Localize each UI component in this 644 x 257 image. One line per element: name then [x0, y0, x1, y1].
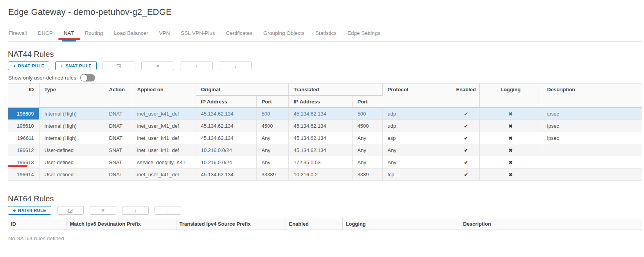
plus-icon: + [13, 208, 16, 213]
logging-cross-icon: ✖ [509, 136, 513, 141]
plus-icon: + [13, 63, 16, 69]
move-rule-down-button[interactable]: ↓ [219, 62, 252, 70]
rule-type: User-defined [39, 156, 104, 168]
add-nat64-rule-button[interactable]: + NAT64 RULE [8, 206, 51, 215]
col-header-translated: Translated [288, 83, 382, 96]
delete-rule-button[interactable]: ✕ [141, 62, 174, 70]
col-header-logging: Logging [479, 83, 542, 108]
rule-original-port: 500 [256, 108, 288, 120]
enabled-check-icon: ✔ [464, 148, 468, 153]
rule-original-ip: 45.134.62.134 [196, 132, 256, 144]
move-rule-up-button[interactable]: ↑ [180, 62, 213, 70]
nat44-rule-row[interactable]: 196609 Internal (High) DNAT inet_user_k4… [8, 108, 642, 120]
rule-type: Internal (High) [39, 132, 104, 144]
nat44-rule-row[interactable]: 196610 Internal (High) DNAT inet_user_k4… [8, 120, 642, 132]
move-rule-down-button[interactable]: ↓ [155, 206, 181, 215]
rule-original-ip: 45.134.62.134 [196, 168, 256, 181]
rule-description: ipsec [542, 108, 642, 120]
tab-grouping-objects[interactable]: Grouping Objects [263, 30, 304, 41]
tab-label: VPN [159, 30, 170, 36]
rule-protocol: Any [382, 144, 453, 156]
rule-enabled: ✔ [453, 120, 479, 132]
button-label: DNAT RULE [18, 63, 44, 68]
add-dnat-rule-button[interactable]: + DNAT RULE [8, 62, 49, 70]
rule-action: SNAT [104, 156, 132, 168]
rule-action: DNAT [104, 168, 132, 181]
rule-protocol: udp [382, 120, 453, 132]
edit-rule-button[interactable] [103, 62, 135, 70]
rule-applied-on: inet_user_k41_def [132, 120, 196, 132]
rule-translated-port: 4500 [352, 120, 382, 132]
tab-load-balancer[interactable]: Load Balancer [114, 30, 148, 41]
show-user-defined-toggle[interactable] [80, 74, 95, 81]
rule-id: 196609 [8, 108, 39, 120]
nat44-rule-row[interactable]: 196612 User-defined SNAT inet_user_k41_d… [8, 144, 642, 156]
tab-certificates[interactable]: Certificates [226, 30, 252, 41]
enabled-check-icon: ✔ [464, 160, 468, 165]
page: Edge Gateway - demo-petuhov-g2_EDGE Fire… [0, 7, 644, 257]
rule-original-port: Any [256, 132, 288, 144]
tab-nat[interactable]: NAT [64, 30, 74, 41]
col-header-original: Original [196, 83, 288, 96]
tab-routing[interactable]: Routing [85, 30, 103, 41]
button-label: NAT64 RULE [18, 208, 46, 213]
col-header-enabled: Enabled [453, 83, 479, 108]
rule-applied-on: inet_user_k41_def [132, 144, 196, 156]
tab-firewall[interactable]: Firewall [9, 30, 27, 41]
rule-action: DNAT [104, 132, 132, 144]
tab-edge-settings[interactable]: Edge Settings [347, 30, 380, 41]
nat64-heading: NAT64 Rules [8, 194, 644, 203]
rule-original-ip: 10.216.0.0/24 [196, 144, 256, 156]
col-header-id: ID [8, 83, 39, 108]
rule-applied-on: service_donglify_K41 [132, 156, 196, 168]
rule-original-port: 33389 [256, 168, 288, 181]
rule-enabled: ✔ [453, 132, 479, 144]
nat44-rule-row[interactable]: 196614 User-defined DNAT inet_user_k41_d… [8, 168, 642, 181]
edit-rule-button[interactable] [57, 206, 84, 215]
rule-original-port: Any [256, 156, 288, 168]
tab-dhcp[interactable]: DHCP [38, 30, 53, 41]
arrow-up-icon: ↑ [134, 208, 137, 213]
rule-translated-port: 500 [352, 108, 382, 120]
nat64-toolbar: + NAT64 RULE ✕ ↑ ↓ [8, 206, 644, 215]
rule-action: DNAT [104, 120, 132, 132]
rule-protocol: tcp [382, 168, 453, 181]
section-divider [8, 189, 642, 189]
delete-x-icon: ✕ [101, 208, 105, 213]
tab-label: Statistics [315, 30, 336, 36]
rule-translated-port: Any [352, 144, 382, 156]
col-header-type: Type [39, 83, 104, 108]
rule-description: ipsec [542, 132, 642, 144]
rule-translated-ip: 45.134.62.134 [288, 108, 352, 120]
rule-original-ip: 45.134.62.134 [196, 108, 256, 120]
col-header-logging: Logging [342, 218, 460, 230]
rule-original-ip: 45.134.62.134 [196, 120, 256, 132]
annotation-underline-nat-tab [58, 38, 80, 40]
rule-type: User-defined [39, 168, 104, 181]
rule-original-ip: 10.216.0.0/24 [196, 156, 256, 168]
show-user-defined-label: Show only user-defined rules [8, 75, 76, 81]
rule-id: 196610 [8, 120, 39, 132]
annotation-underline-rule-196613 [8, 165, 27, 167]
col-header-action: Action [104, 83, 132, 108]
rule-protocol: Any [382, 156, 453, 168]
arrow-down-icon: ↓ [234, 63, 237, 69]
col-header-enabled: Enabled [286, 218, 342, 230]
delete-rule-button[interactable]: ✕ [90, 206, 116, 215]
tab-statistics[interactable]: Statistics [315, 30, 336, 41]
move-rule-up-button[interactable]: ↑ [122, 206, 149, 215]
rule-id: 196611 [8, 132, 39, 144]
delete-x-icon: ✕ [156, 64, 159, 68]
button-label: SNAT RULE [65, 63, 92, 68]
rule-original-port: Any [256, 144, 288, 156]
logging-cross-icon: ✖ [509, 111, 513, 117]
add-snat-rule-button[interactable]: + SNAT RULE [55, 62, 97, 70]
nat44-rule-row[interactable]: 196611 Internal (High) DNAT inet_user_k4… [8, 132, 642, 144]
nat44-rule-row[interactable]: 196613 User-defined SNAT service_donglif… [8, 156, 642, 168]
tab-ssl-vpn-plus[interactable]: SSL VPN-Plus [181, 30, 215, 41]
col-header-translated-prefix: Translated Ipv4 Source Prefix [176, 218, 286, 230]
nat44-heading: NAT44 Rules [8, 50, 644, 59]
tab-label: Routing [85, 30, 103, 36]
col-header-protocol: Protocol [382, 83, 453, 108]
tab-vpn[interactable]: VPN [159, 30, 170, 41]
